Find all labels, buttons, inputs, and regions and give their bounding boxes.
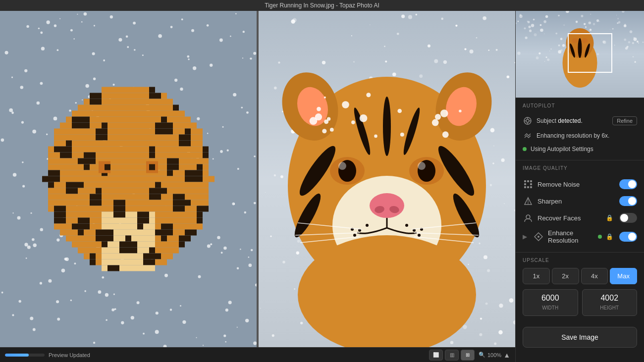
image-area: Preview Updated ⬜ ▥ ⊞ 🔍 100% ▲ (0, 11, 515, 362)
svg-rect-7 (527, 180, 529, 182)
upscale-max-btn[interactable]: Max (610, 268, 637, 284)
thumbnail-area (516, 11, 644, 98)
side-by-side-icon: ⊞ (466, 352, 470, 358)
svg-rect-10 (530, 183, 532, 185)
titlebar: Tiger Running In Snow.jpg - Topaz Photo … (0, 0, 644, 11)
save-image-button[interactable]: Save Image (523, 327, 637, 348)
subject-detected-text: Subject detected. (537, 117, 608, 124)
resolution-text: Enhancing resolution by 6x. (537, 132, 637, 139)
progress-bar (5, 354, 45, 357)
height-value: 4002 (587, 294, 633, 303)
svg-rect-17 (526, 215, 527, 216)
bottom-bar: Preview Updated ⬜ ▥ ⊞ 🔍 100% ▲ (0, 347, 515, 362)
zoom-icon: 🔍 (479, 352, 485, 358)
svg-rect-8 (530, 180, 532, 182)
sharpen-row: Sharpen (523, 193, 637, 209)
recover-faces-label: Recover Faces (537, 214, 602, 222)
thumbnail-canvas (516, 11, 644, 98)
single-view-icon: ⬜ (433, 352, 439, 358)
svg-rect-6 (524, 180, 526, 182)
enhance-resolution-status-dot (598, 235, 602, 239)
recover-faces-lock-icon: 🔒 (606, 214, 613, 221)
image-quality-section: IMAGE QUALITY Remove Noise (516, 160, 644, 252)
svg-rect-13 (530, 186, 532, 188)
upscale-1x-btn[interactable]: 1x (523, 268, 550, 284)
split-divider[interactable] (257, 11, 259, 347)
zoom-control: 🔍 100% ▲ (479, 351, 510, 359)
upscale-section: UPSCALE 1x 2x 4x Max 6000 Width 4002 Hei… (516, 252, 644, 323)
recover-faces-toggle[interactable] (619, 213, 637, 223)
width-box: 6000 Width (523, 289, 578, 316)
before-image (0, 11, 257, 347)
autopilot-section: AUTOPILOT Subject detected. Ref (516, 98, 644, 160)
autopilot-settings-row: Using Autopilot Settings (523, 143, 637, 155)
sharpen-toggle[interactable] (619, 196, 637, 206)
height-label: Height (600, 305, 619, 310)
enhance-resolution-label: Enhance Resolution (548, 229, 594, 244)
enhancing-resolution-row: Enhancing resolution by 6x. (523, 128, 637, 143)
upscale-button-group: 1x 2x 4x Max (523, 268, 637, 284)
upscale-title: UPSCALE (523, 258, 637, 263)
after-image (259, 11, 515, 347)
split-view-icon: ▥ (450, 352, 454, 358)
zoom-up-btn[interactable]: ▲ (503, 351, 510, 359)
svg-rect-9 (524, 183, 526, 185)
left-image-panel (0, 11, 257, 347)
subject-detected-row: Subject detected. Refine (523, 113, 637, 128)
svg-rect-11 (527, 186, 529, 188)
width-value: 6000 (527, 294, 574, 303)
enhance-resolution-icon (533, 231, 544, 242)
svg-rect-18 (529, 215, 530, 216)
enhance-resolution-lock-icon: 🔒 (606, 233, 613, 240)
view-single-btn[interactable]: ⬜ (429, 350, 443, 361)
preview-label: Preview Updated (49, 352, 90, 358)
view-split-btn[interactable]: ▥ (445, 350, 459, 361)
subject-icon (523, 116, 533, 126)
enhance-resolution-toggle[interactable] (619, 232, 637, 242)
main-layout: Preview Updated ⬜ ▥ ⊞ 🔍 100% ▲ (0, 11, 644, 362)
zoom-value: 100% (487, 352, 501, 358)
width-label: Width (542, 305, 558, 310)
remove-noise-label: Remove Noise (537, 181, 615, 188)
split-container (0, 11, 515, 347)
sharpen-label: Sharpen (537, 198, 615, 205)
autopilot-settings-text: Using Autopilot Settings (531, 146, 637, 153)
view-side-by-side-btn[interactable]: ⊞ (461, 350, 475, 361)
remove-noise-toggle[interactable] (619, 179, 637, 189)
title-text: Tiger Running In Snow.jpg - Topaz Photo … (265, 2, 379, 9)
green-status-dot (523, 147, 527, 151)
view-toggle-group: ⬜ ▥ ⊞ (429, 350, 475, 361)
remove-noise-icon (523, 179, 534, 190)
autopilot-title: AUTOPILOT (523, 103, 637, 108)
recover-faces-row: Recover Faces 🔒 (523, 209, 637, 226)
upscale-2x-btn[interactable]: 2x (552, 268, 579, 284)
svg-point-19 (537, 236, 539, 238)
right-image-panel (259, 11, 515, 347)
recover-faces-icon (523, 212, 534, 223)
upscale-4x-btn[interactable]: 4x (581, 268, 608, 284)
expand-icon[interactable]: ▶ (523, 233, 527, 240)
resolution-icon (523, 131, 533, 141)
detected-label: detected. (558, 117, 582, 124)
refine-button[interactable]: Refine (612, 116, 637, 125)
right-settings-panel: AUTOPILOT Subject detected. Ref (515, 11, 644, 362)
sharpen-icon (523, 196, 534, 207)
image-quality-title: IMAGE QUALITY (523, 165, 637, 171)
svg-point-1 (526, 119, 529, 122)
height-box: 4002 Height (582, 289, 638, 316)
enhance-resolution-row: ▶ Enhance Resolution 🔒 (523, 226, 637, 247)
subject-label: Subject (537, 117, 558, 124)
svg-rect-12 (524, 186, 526, 188)
remove-noise-row: Remove Noise (523, 176, 637, 193)
progress-fill (5, 354, 29, 357)
dimensions-row: 6000 Width 4002 Height (523, 289, 637, 316)
